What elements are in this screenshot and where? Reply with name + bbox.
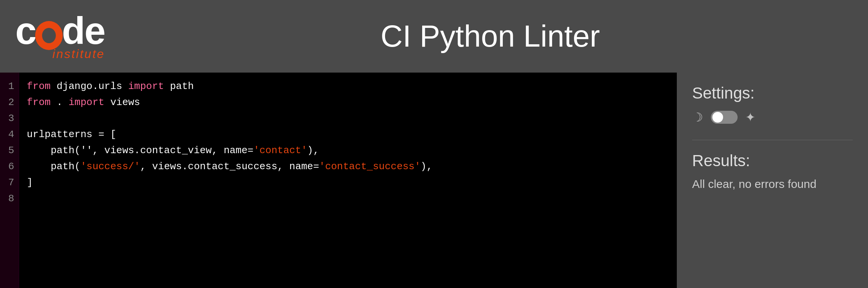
- token-bracket-7: ]: [27, 175, 33, 191]
- line-num-8: 8: [8, 191, 14, 207]
- token-from-2: from: [27, 95, 57, 111]
- code-line-5: path('', views.contact_view, name= 'cont…: [27, 143, 669, 159]
- token-path-5a: path('', views.contact_view, name=: [27, 143, 254, 159]
- code-line-4: urlpatterns = [: [27, 127, 669, 143]
- logo-area: c de institute: [15, 11, 105, 61]
- token-urlpatterns-4: urlpatterns = [: [27, 127, 116, 143]
- token-import-2: import: [68, 95, 110, 111]
- moon-icon: ☽: [692, 110, 703, 125]
- code-line-8: [27, 191, 669, 207]
- token-path-5b: ),: [307, 143, 319, 159]
- code-lines: from django.urls import path from . impo…: [19, 73, 677, 288]
- code-line-1: from django.urls import path: [27, 79, 669, 95]
- line-num-7: 7: [8, 175, 14, 191]
- token-path-6b: , views.contact_success, name=: [140, 159, 319, 175]
- token-str-6b: 'contact_success': [319, 159, 421, 175]
- line-num-4: 4: [8, 127, 14, 143]
- token-str-6a: 'success/': [80, 159, 140, 175]
- token-name-1: path: [170, 79, 193, 95]
- line-num-5: 5: [8, 143, 14, 159]
- sun-icon: ✦: [745, 110, 756, 125]
- toggle-knob: [712, 112, 723, 123]
- code-editor[interactable]: 1 2 3 4 5 6 7 8 from django.urls import …: [0, 73, 677, 288]
- theme-toggle[interactable]: [711, 111, 738, 124]
- settings-label: Settings:: [692, 84, 853, 102]
- token-views-2: views: [110, 95, 140, 111]
- code-line-2: from . import views: [27, 95, 669, 111]
- code-line-3: [27, 111, 669, 127]
- token-module-1: django.urls: [57, 79, 128, 95]
- token-str-5: 'contact': [254, 143, 307, 159]
- line-numbers: 1 2 3 4 5 6 7 8: [0, 73, 19, 288]
- svg-point-1: [42, 28, 56, 43]
- token-path-6a: path(: [27, 159, 80, 175]
- header: c de institute CI Python Linter: [0, 0, 868, 73]
- main-content: 1 2 3 4 5 6 7 8 from django.urls import …: [0, 73, 868, 288]
- page-title: CI Python Linter: [128, 19, 853, 54]
- line-num-6: 6: [8, 159, 14, 175]
- code-line-6: path( 'success/' , views.contact_success…: [27, 159, 669, 175]
- line-num-3: 3: [8, 111, 14, 127]
- logo-text: c de: [15, 11, 105, 51]
- results-message: All clear, no errors found: [692, 178, 853, 191]
- token-dot-2: .: [57, 95, 68, 111]
- line-num-2: 2: [8, 95, 14, 111]
- sidebar: Settings: ☽ ✦ Results: All clear, no err…: [677, 73, 868, 288]
- token-from-1: from: [27, 79, 57, 95]
- theme-toggle-row: ☽ ✦: [692, 110, 853, 125]
- divider: [692, 140, 853, 140]
- code-line-7: ]: [27, 175, 669, 191]
- results-label: Results:: [692, 152, 853, 170]
- token-path-6c: ),: [421, 159, 432, 175]
- logo-o-icon: [35, 16, 63, 51]
- line-num-1: 1: [8, 79, 14, 95]
- token-import-1: import: [128, 79, 170, 95]
